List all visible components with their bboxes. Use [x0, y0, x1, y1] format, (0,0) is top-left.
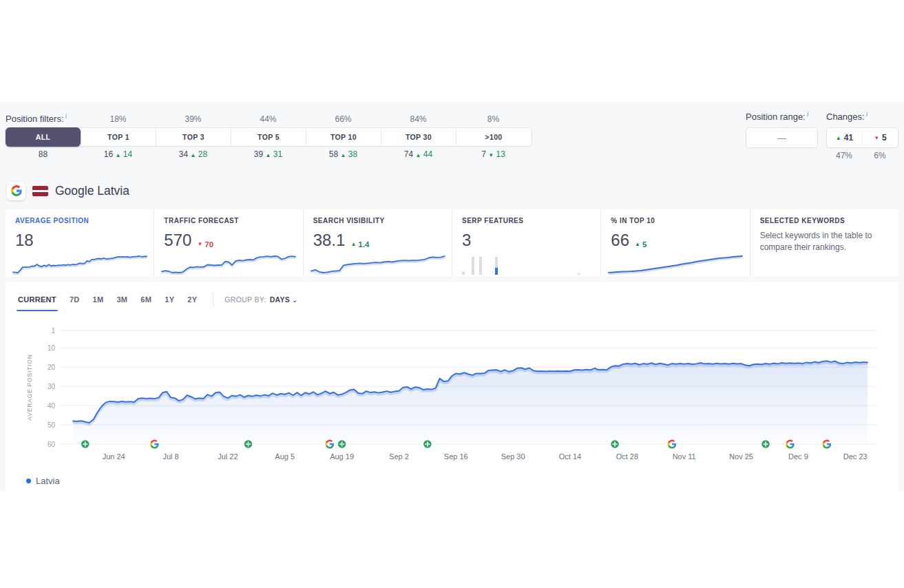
filter-pct: 8% — [456, 114, 531, 124]
changes-box: ▲41 ▼5 — [826, 127, 898, 148]
up-arrow-icon: ▲ — [116, 152, 121, 158]
card-title: SERP FEATURES — [462, 217, 591, 224]
svg-text:Oct 14: Oct 14 — [559, 452, 581, 461]
note-icon[interactable] — [337, 440, 346, 449]
card-value: 38.1 — [313, 231, 346, 250]
metric-card-percent-top10[interactable]: % IN TOP 10 66 ▲5 — [600, 209, 749, 276]
card-title: SEARCH VISIBILITY — [313, 217, 442, 224]
google-update-icon[interactable] — [785, 439, 795, 450]
google-update-icon[interactable] — [149, 439, 160, 450]
note-icon[interactable] — [611, 440, 620, 449]
svg-text:AVERAGE POSITION: AVERAGE POSITION — [26, 354, 33, 420]
metric-card-average-position[interactable]: AVERAGE POSITION 18 — [6, 209, 154, 276]
tab-1y[interactable]: 1Y — [165, 295, 174, 304]
svg-text:Sep 16: Sep 16 — [444, 452, 468, 461]
metric-card-traffic-forecast[interactable]: TRAFFIC FORECAST 570 ▼70 — [154, 209, 302, 276]
rankings-dashboard: Position filters:i 18% 39% 44% 66% 84% 8… — [0, 102, 904, 492]
sparkline-chart — [160, 254, 297, 275]
changes-label: Changes:i — [826, 110, 898, 124]
google-update-icon[interactable] — [324, 439, 335, 450]
svg-text:50: 50 — [48, 421, 56, 429]
info-icon[interactable]: i — [65, 112, 67, 120]
svg-text:Jul 8: Jul 8 — [162, 452, 178, 461]
svg-text:Nov 25: Nov 25 — [729, 452, 753, 461]
card-title: SELECTED KEYWORDS — [760, 217, 889, 224]
google-update-icon[interactable] — [821, 439, 832, 450]
filter-tab-top10[interactable]: TOP 10 — [306, 128, 381, 146]
tab-6m[interactable]: 6M — [140, 295, 151, 304]
up-arrow-icon: ▲ — [191, 152, 196, 158]
metric-cards-panel: AVERAGE POSITION 18 TRAFFIC FORECAST 570… — [6, 209, 898, 276]
changes-down-button[interactable]: ▼5 — [863, 133, 898, 143]
filter-pct: 39% — [156, 114, 231, 124]
changes-up-button[interactable]: ▲41 — [827, 133, 863, 143]
note-icon[interactable] — [423, 440, 432, 449]
period-tabs: CURRENT 7D 1M 3M 6M 1Y 2Y GROUP BY: DAYS… — [6, 291, 898, 308]
down-arrow-icon: ▼ — [488, 152, 494, 158]
tab-current[interactable]: CURRENT — [18, 295, 56, 304]
svg-text:30: 30 — [48, 383, 56, 390]
position-range-input[interactable]: — — [746, 127, 818, 148]
metric-card-serp-features[interactable]: SERP FEATURES 3 — [452, 209, 600, 276]
average-position-chart[interactable]: 1102030405060AVERAGE POSITIONJun 24Jul 8… — [6, 320, 898, 470]
range-dash: — — [775, 133, 789, 143]
svg-text:20: 20 — [48, 364, 56, 371]
up-arrow-icon: ▲ — [266, 152, 271, 158]
svg-text:Aug 5: Aug 5 — [275, 452, 295, 461]
change-badge: ▲1.4 — [350, 240, 369, 249]
divider — [213, 292, 213, 307]
filter-count: 7 ▼ 13 — [456, 149, 531, 162]
filter-pct: 66% — [306, 114, 381, 124]
up-arrow-icon: ▲ — [341, 152, 346, 158]
legend-dot-icon — [26, 479, 31, 483]
filter-tab-top3[interactable]: TOP 3 — [156, 128, 231, 146]
svg-text:40: 40 — [48, 402, 56, 410]
svg-text:1: 1 — [51, 327, 55, 335]
svg-text:Sep 2: Sep 2 — [389, 452, 409, 461]
info-icon[interactable]: i — [807, 110, 809, 118]
svg-text:60: 60 — [48, 441, 56, 448]
up-arrow-icon: ▲ — [416, 152, 421, 158]
filter-tab-top5[interactable]: TOP 5 — [231, 128, 306, 146]
sparkline-chart — [309, 254, 447, 275]
group-by-dropdown[interactable]: GROUP BY: DAYS ⌄ — [224, 295, 297, 304]
note-icon[interactable] — [244, 440, 253, 449]
google-logo-icon — [7, 182, 25, 200]
metric-card-search-visibility[interactable]: SEARCH VISIBILITY 38.1 ▲1.4 — [303, 209, 452, 276]
svg-text:Jun 24: Jun 24 — [103, 452, 125, 461]
chart-panel: CURRENT 7D 1M 3M 6M 1Y 2Y GROUP BY: DAYS… — [6, 282, 898, 496]
card-title: AVERAGE POSITION — [15, 217, 144, 224]
card-value: 570 — [164, 231, 191, 250]
tab-7d[interactable]: 7D — [70, 295, 80, 304]
position-filters-label: Position filters:i — [6, 112, 81, 124]
filter-tab-top30[interactable]: TOP 30 — [381, 128, 456, 146]
latvia-flag-icon — [32, 186, 48, 196]
svg-text:Dec 9: Dec 9 — [788, 452, 808, 461]
tab-2y[interactable]: 2Y — [187, 295, 197, 304]
note-icon[interactable] — [81, 440, 90, 449]
google-update-icon[interactable] — [666, 439, 677, 450]
changes-percentages: 47% 6% — [826, 151, 898, 160]
position-filter-tabs: ALL TOP 1 TOP 3 TOP 5 TOP 10 TOP 30 >100 — [6, 127, 532, 147]
position-range-control: Position range:i — — [746, 110, 818, 160]
filter-right-controls: Position range:i — Changes:i ▲41 ▼5 47% … — [746, 110, 898, 160]
tab-3m[interactable]: 3M — [116, 295, 127, 304]
filter-tab-over100[interactable]: >100 — [456, 128, 531, 146]
card-title: TRAFFIC FORECAST — [164, 217, 293, 224]
filter-pct: 84% — [381, 114, 456, 124]
filter-count: 74 ▲ 44 — [381, 149, 456, 162]
card-value: 66 — [611, 231, 629, 250]
project-header: Google Latvia — [7, 179, 898, 202]
chart-legend[interactable]: Latvia — [26, 476, 898, 486]
note-icon[interactable] — [761, 440, 770, 449]
change-badge: ▼70 — [197, 240, 213, 249]
down-arrow-icon: ▼ — [197, 241, 202, 247]
filter-tab-all[interactable]: ALL — [6, 127, 81, 147]
info-icon[interactable]: i — [866, 110, 868, 118]
tab-1m[interactable]: 1M — [93, 295, 104, 304]
up-arrow-icon: ▲ — [350, 241, 356, 247]
filter-tab-top1[interactable]: TOP 1 — [81, 128, 156, 146]
selected-keywords-hint: Select keywords in the table to compare … — [760, 230, 884, 254]
svg-text:Sep 30: Sep 30 — [501, 452, 525, 461]
sparkline-chart — [11, 254, 149, 275]
